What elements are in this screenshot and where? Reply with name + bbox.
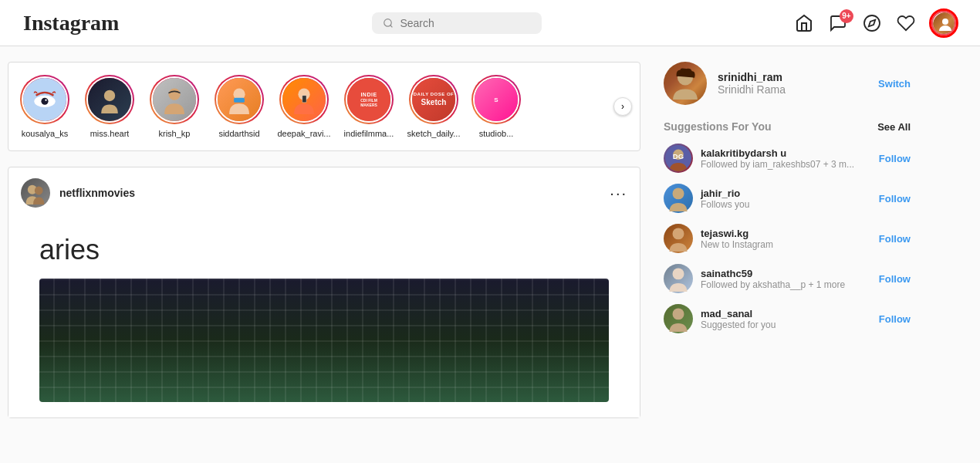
story-item[interactable]: DAILY DOSE OF Sketch sketch_daily... [407,75,461,138]
suggestion-avatar [664,304,693,333]
story-item[interactable]: miss.heart [83,75,137,138]
heart-icon[interactable] [897,14,915,32]
suggestion-username: tejaswi.kg [701,228,871,239]
svg-point-6 [41,98,48,105]
suggestions-title: Suggestions For You [664,120,772,133]
sidebar-fullname: Srinidhi Rama [718,83,867,96]
svg-point-9 [168,89,180,100]
story-username: indiefilmma... [344,129,394,138]
story-next-button[interactable]: › [613,97,632,116]
svg-point-15 [35,187,43,195]
main-container: kousalya_ks miss.heart [0,46,980,434]
story-username: sketch_daily... [407,129,461,138]
profile-avatar-header[interactable] [931,10,957,36]
suggestion-sub: Followed by iam_rakeshbs07 + 3 m... [701,159,871,170]
notification-badge: 9+ [840,9,853,23]
story-username: studiob... [479,129,514,138]
post-more-button[interactable]: ··· [610,184,627,202]
suggestion-username: sainathc59 [701,268,871,279]
svg-point-23 [673,308,684,319]
instagram-logo: Instagram [23,11,119,35]
follow-button[interactable]: Follow [879,193,911,204]
suggestion-username: kalakritibydarsh u [701,147,871,159]
sketch-label: DAILY DOSE OF Sketch [412,78,455,121]
suggestion-info: sainathc59 Followed by akshatha__p + 1 m… [701,268,871,290]
sidebar-username: srinidhi_ram [718,71,867,83]
suggestion-username: jahir_rio [701,188,871,199]
svg-point-20 [673,188,684,199]
suggestion-username: mad_sanal [701,308,871,319]
svg-point-22 [673,268,684,279]
search-bar[interactable] [372,12,542,34]
follow-button[interactable]: Follow [879,313,911,325]
svg-rect-13 [302,96,306,103]
post-container: netflixnmovies ··· aries [8,167,640,418]
suggestion-info: jahir_rio Follows you [701,188,871,210]
switch-button[interactable]: Switch [878,78,911,90]
svg-point-7 [45,100,46,101]
sidebar-profile-info: srinidhi_ram Srinidhi Rama [718,71,867,96]
suggestion-info: mad_sanal Suggested for you [701,308,871,330]
suggestion-avatar: DG [664,144,693,173]
story-item[interactable]: krish_kp [147,75,201,138]
svg-text:DG: DG [673,152,684,161]
post-user: netflixnmovies [21,178,135,208]
story-username: kousalya_ks [22,129,69,138]
post-avatar [21,178,50,208]
search-input[interactable] [400,17,531,29]
story-username: krish_kp [159,129,191,138]
header: Instagram 9+ [0,0,980,46]
suggestion-item: DG kalakritibydarsh u Followed by iam_ra… [664,144,911,173]
svg-point-0 [384,19,391,25]
follow-button[interactable]: Follow [879,273,911,285]
story-username: miss.heart [90,129,130,138]
story-username: siddarthsid [218,129,259,138]
svg-point-2 [864,15,880,31]
nav-icons: 9+ [795,10,957,36]
see-all-button[interactable]: See All [877,121,911,133]
post-image-area: aries [8,218,640,417]
feed-column: kousalya_ks miss.heart [8,62,640,418]
svg-rect-11 [234,98,245,103]
suggestion-avatar [664,184,693,213]
sidebar-profile: srinidhi_ram Srinidhi Rama Switch [664,62,911,105]
suggestion-info: kalakritibydarsh u Followed by iam_rakes… [701,147,871,170]
suggestion-item: jahir_rio Follows you Follow [664,184,911,213]
suggestion-item: mad_sanal Suggested for you Follow [664,304,911,333]
messenger-icon[interactable]: 9+ [829,14,847,32]
svg-point-4 [942,19,948,25]
story-item[interactable]: INDIE CDI FILM MAKERS indiefilmma... [342,75,396,138]
svg-marker-3 [869,19,875,25]
sidebar-column: srinidhi_ram Srinidhi Rama Switch Sugges… [664,62,911,418]
sidebar-profile-avatar [664,62,707,105]
indie-label: INDIE CDI FILM MAKERS [347,78,390,121]
studio-label: S [475,78,518,121]
post-username: netflixnmovies [59,187,135,199]
home-icon[interactable] [795,14,813,32]
suggestion-sub: Followed by akshatha__p + 1 more [701,279,871,290]
suggestions-header: Suggestions For You See All [664,120,911,133]
post-title: aries [39,234,609,266]
story-item[interactable]: S studiob... [471,75,521,138]
suggestion-avatar [664,224,693,253]
follow-button[interactable]: Follow [879,233,911,245]
story-item[interactable]: deepak_ravi... [277,75,331,138]
svg-point-8 [104,90,115,101]
story-username: deepak_ravi... [277,129,330,138]
suggestion-item: tejaswi.kg New to Instagram Follow [664,224,911,253]
suggestion-item: sainathc59 Followed by akshatha__p + 1 m… [664,264,911,293]
suggestion-sub: New to Instagram [701,239,871,250]
svg-line-1 [390,25,393,27]
search-icon [383,17,394,29]
explore-icon[interactable] [863,14,881,32]
suggestion-avatar [664,264,693,293]
stories-container: kousalya_ks miss.heart [8,62,640,151]
suggestion-sub: Follows you [701,199,871,210]
post-header: netflixnmovies ··· [8,167,640,218]
story-item[interactable]: siddarthsid [212,75,266,138]
follow-button[interactable]: Follow [879,153,911,164]
svg-point-21 [673,228,684,239]
suggestion-info: tejaswi.kg New to Instagram [701,228,871,250]
suggestion-sub: Suggested for you [701,319,871,330]
story-item[interactable]: kousalya_ks [18,75,72,138]
